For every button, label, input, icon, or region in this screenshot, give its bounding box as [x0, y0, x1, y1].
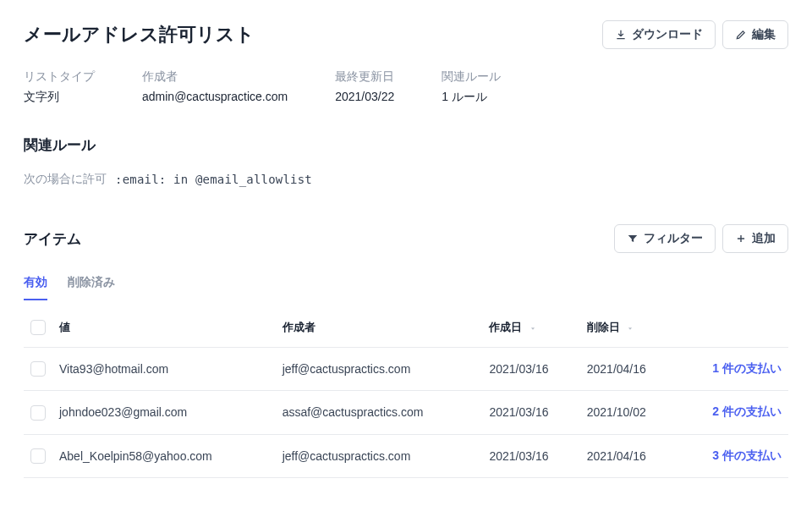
cell-creator: jeff@cactuspractics.com: [276, 434, 483, 477]
edit-button[interactable]: 編集: [722, 20, 788, 49]
table-row: johndoe023@gmail.comassaf@cactuspractics…: [24, 391, 788, 434]
rule-row: 次の場合に許可 :email: in @email_allowlist: [24, 172, 788, 187]
download-icon: [615, 29, 627, 41]
payments-link[interactable]: 2 件の支払い: [678, 391, 788, 434]
row-checkbox[interactable]: [30, 405, 46, 421]
download-label: ダウンロード: [632, 27, 703, 42]
cell-created: 2021/03/16: [482, 391, 579, 434]
cell-created: 2021/03/16: [482, 434, 579, 477]
select-all-checkbox[interactable]: [30, 320, 46, 335]
meta-grid: リストタイプ 文字列 作成者 admin@cactuspractice.com …: [24, 69, 788, 105]
row-checkbox[interactable]: [30, 361, 46, 377]
cell-removed: 2021/04/16: [580, 434, 678, 477]
cell-removed: 2021/10/02: [580, 391, 678, 434]
plus-icon: [735, 233, 747, 245]
pencil-icon: [735, 29, 747, 41]
cell-value: Vita93@hotmail.com: [52, 348, 276, 391]
list-type-value: 文字列: [24, 90, 95, 105]
page-title: メールアドレス許可リスト: [24, 22, 255, 47]
items-table: 値 作成者 作成日 削除日 Vita93@hotmail.comjeff@cac…: [24, 308, 788, 478]
cell-value: johndoe023@gmail.com: [52, 391, 276, 434]
rules-value: 1 ルール: [442, 90, 501, 105]
rule-prefix: 次の場合に許可: [24, 172, 107, 187]
cell-creator: jeff@cactuspractics.com: [276, 348, 483, 391]
tab-active[interactable]: 有効: [24, 270, 47, 300]
list-type-label: リストタイプ: [24, 69, 95, 85]
creator-value: admin@cactuspractice.com: [142, 90, 288, 103]
cell-created: 2021/03/16: [482, 348, 579, 391]
add-label: 追加: [752, 231, 776, 246]
table-row: Vita93@hotmail.comjeff@cactuspractics.co…: [24, 348, 788, 391]
items-section-title: アイテム: [24, 229, 81, 249]
edit-label: 編集: [752, 27, 776, 42]
add-button[interactable]: 追加: [722, 224, 788, 253]
payments-link[interactable]: 1 件の支払い: [678, 348, 788, 391]
cell-value: Abel_Koelpin58@yahoo.com: [52, 434, 276, 477]
rule-code: :email: in @email_allowlist: [115, 173, 312, 186]
payments-link[interactable]: 3 件の支払い: [678, 434, 788, 477]
filter-button[interactable]: フィルター: [614, 224, 716, 253]
filter-label: フィルター: [644, 231, 703, 246]
table-row: Abel_Koelpin58@yahoo.comjeff@cactuspract…: [24, 434, 788, 477]
sort-desc-icon: [626, 324, 634, 333]
col-removed[interactable]: 削除日: [580, 308, 678, 348]
row-checkbox[interactable]: [30, 448, 46, 464]
cell-creator: assaf@cactuspractics.com: [276, 391, 483, 434]
rules-label: 関連ルール: [442, 69, 501, 85]
col-creator[interactable]: 作成者: [276, 308, 483, 348]
updated-label: 最終更新日: [335, 69, 394, 85]
updated-value: 2021/03/22: [335, 90, 394, 103]
col-value[interactable]: 値: [52, 308, 276, 348]
sort-desc-icon: [529, 324, 537, 333]
cell-removed: 2021/04/16: [580, 348, 678, 391]
col-created[interactable]: 作成日: [482, 308, 579, 348]
download-button[interactable]: ダウンロード: [602, 20, 716, 49]
creator-label: 作成者: [142, 69, 288, 85]
tab-removed[interactable]: 削除済み: [68, 270, 115, 300]
rules-section-title: 関連ルール: [24, 135, 788, 155]
filter-icon: [627, 233, 639, 245]
